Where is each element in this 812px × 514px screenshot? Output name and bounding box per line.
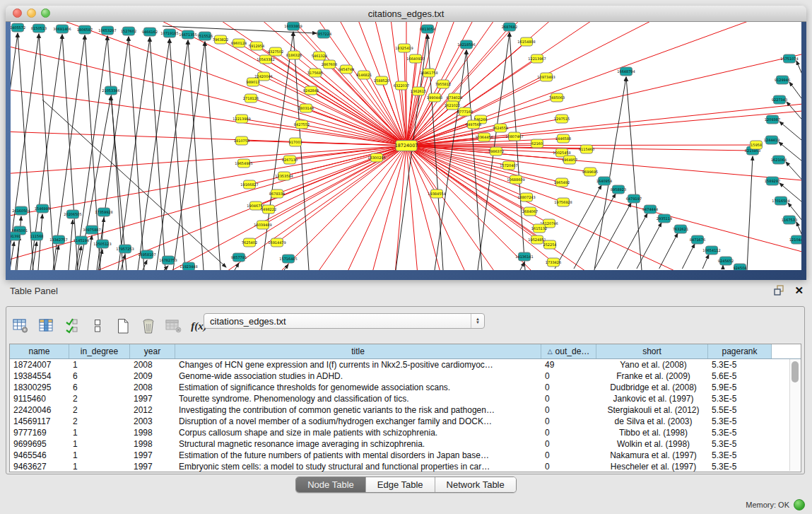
delete-table-button[interactable] (165, 317, 182, 335)
graph-node-label: 18807243 (517, 195, 535, 199)
table-mode-button[interactable] (12, 317, 30, 335)
graph-node-label: 1806587 (77, 28, 93, 32)
close-window-button[interactable] (13, 8, 22, 18)
graph-node-label: 11923448 (180, 264, 197, 269)
new-document-button[interactable] (114, 317, 131, 335)
graph-edge (107, 36, 123, 270)
tab-edge-table[interactable]: Edge Table (366, 477, 435, 492)
table-row[interactable]: 946554611997Estimation of the future num… (10, 450, 801, 461)
graph-node-label: 16958107 (138, 252, 155, 257)
zoom-window-button[interactable] (41, 8, 50, 18)
close-panel-icon[interactable]: ✕ (794, 285, 804, 296)
table-row[interactable]: 946362711997Embryonic stem cells: a mode… (10, 461, 801, 472)
graph-node-label: 16961758 (420, 71, 437, 75)
graph-node-label: 12213989 (233, 117, 250, 121)
cell-out_de: 0 (541, 394, 596, 404)
show-columns-icon (38, 318, 54, 334)
cell-short: Jankovic et al. (1997) (596, 394, 708, 404)
cell-title: Disruption of a novel member of a sodium… (175, 416, 541, 426)
graph-edge (118, 37, 150, 270)
graph-node-label: 5461324 (312, 54, 327, 58)
graph-node-label: 14136141 (515, 255, 533, 259)
column-header-name[interactable]: name (10, 344, 69, 358)
table-row[interactable]: 1830029562008Estimation of significance … (10, 382, 801, 393)
graph-node-label: 1446588 (555, 136, 571, 141)
column-header-year[interactable]: year (130, 344, 175, 358)
column-header-pagerank[interactable]: pagerank (708, 344, 772, 358)
cell-in_degree: 1 (69, 360, 130, 370)
network-canvas[interactable]: 2405572815051330691406180658710653297152… (11, 22, 801, 270)
graph-node-label: 16640910 (406, 57, 424, 61)
column-header-out_de[interactable]: △out_de… (541, 344, 596, 358)
table-row[interactable]: 911546021997Tourette syndrome. Phenomeno… (10, 393, 801, 404)
graph-node-label: 17016504 (772, 199, 789, 203)
graph-node-label: 19524851 (528, 238, 546, 242)
table-selector-dropdown[interactable]: citations_edges.txt ▲▼ (204, 313, 485, 329)
graph-edge (617, 214, 647, 269)
sort-ascending-icon: △ (548, 348, 553, 355)
column-header-short[interactable]: short (596, 344, 708, 358)
window-titlebar[interactable]: citations_edges.txt (6, 6, 806, 22)
cell-name: 14569117 (10, 416, 69, 426)
delete-trash-button[interactable] (139, 317, 157, 335)
graph-node-label: 5498222 (261, 207, 276, 211)
cell-pagerank: 5.6E-5 (708, 371, 772, 381)
scrollbar-thumb[interactable] (792, 361, 799, 382)
graph-node-label: 1810753 (234, 139, 249, 143)
cell-title: Embryonic stem cells: a model to study s… (175, 462, 541, 472)
table-panel: f(x) citations_edges.txt ▲▼ namein_degre… (6, 306, 805, 474)
graph-node-label: 15751074 (780, 57, 798, 61)
cell-out_de: 0 (541, 462, 596, 472)
cell-short: Stergiakouli et al. (2012) (596, 405, 708, 415)
cell-out_de: 49 (541, 360, 596, 370)
tab-network-table[interactable]: Network Table (435, 477, 516, 492)
cell-pagerank: 5.3E-5 (708, 360, 772, 370)
new-document-icon (116, 318, 130, 334)
graph-edge (266, 59, 406, 146)
graph-edge (659, 233, 678, 269)
graph-edge (188, 40, 204, 270)
cell-out_de: 0 (541, 382, 596, 392)
table-row[interactable]: 2242004622012Investigating the contribut… (10, 404, 801, 416)
graph-node-label: 1621064 (771, 158, 787, 162)
float-panel-icon[interactable] (774, 285, 784, 296)
cell-name: 9699695 (10, 439, 69, 449)
tab-node-table[interactable]: Node Table (296, 477, 366, 492)
cell-in_degree: 2 (69, 416, 130, 426)
graph-node-label: 10807467 (505, 134, 523, 139)
graph-node-label: 19218596 (457, 42, 475, 47)
row-height-button[interactable] (88, 317, 106, 335)
show-columns-button[interactable] (37, 317, 55, 335)
graph-node-label: 1527602 (121, 29, 136, 33)
graph-node-label: 1210443 (789, 238, 801, 242)
column-header-in_degree[interactable]: in_degree (69, 344, 130, 358)
table-header-row: namein_degreeyeartitle△out_de…shortpager… (10, 344, 801, 359)
graph-node-label: 10025458 (553, 151, 570, 155)
graph-node-label: 1733426 (546, 260, 561, 264)
cell-year: 1998 (130, 439, 175, 449)
table-row[interactable]: 969969511998Structural magnetic resonanc… (10, 438, 801, 450)
graph-node-label: 15720407 (500, 163, 517, 168)
graph-node-label: 1990448 (427, 95, 442, 100)
graph-node-label: 26160504 (12, 209, 30, 213)
table-row[interactable]: 1456911722003Disruption of a novel membe… (10, 416, 801, 427)
cell-out_de: 0 (541, 428, 596, 438)
graph-node-label: 7515526 (197, 34, 213, 38)
table-row[interactable]: 1938455462009Genome-wide association stu… (10, 370, 801, 382)
graph-node-label: 3175685 (307, 71, 323, 75)
cell-short: de Silva et al. (2003) (596, 416, 708, 426)
table-row[interactable]: 977716911998Corpus callosum shape and si… (10, 427, 801, 438)
graph-edge (129, 37, 144, 270)
graph-node-label: 8678334 (269, 192, 285, 196)
cell-title: Structural magnetic resonance image aver… (175, 439, 541, 449)
minimize-window-button[interactable] (27, 8, 36, 18)
graph-node-label: 1546995 (35, 206, 50, 211)
edit-columns-button[interactable] (63, 317, 81, 335)
table-scrollbar[interactable] (789, 359, 800, 471)
column-header-title[interactable]: title (175, 344, 541, 358)
table-row[interactable]: 1872400712008Changes of HCN gene express… (10, 359, 801, 370)
graph-node-label: 9857791 (231, 255, 247, 259)
graph-edge (406, 146, 801, 232)
graph-node-label: 9327502 (268, 49, 283, 54)
graph-node-label: 1244419 (764, 138, 779, 142)
